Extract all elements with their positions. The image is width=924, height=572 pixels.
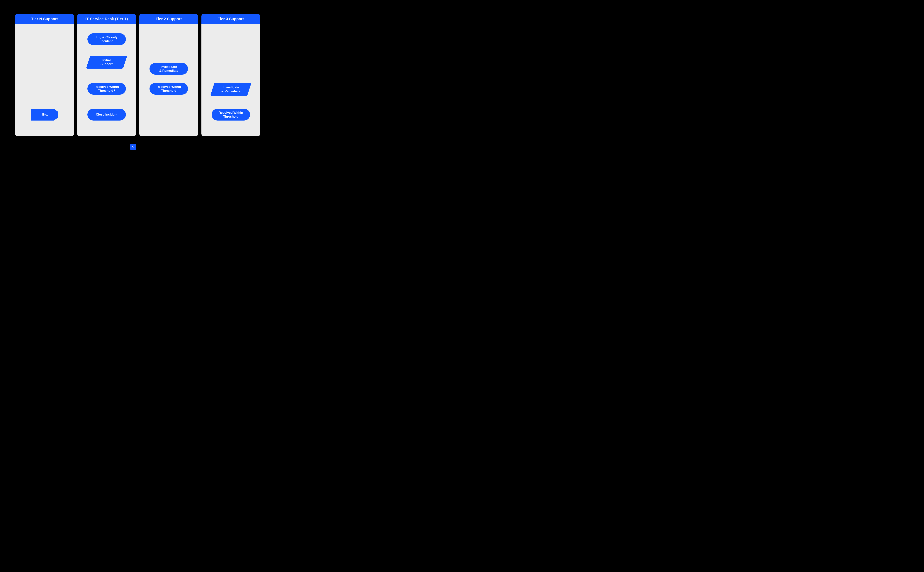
lane-header-tier1: IT Service Desk (Tier 1) [77,14,136,24]
node-label: Resolved Within Threshold [219,111,243,119]
lane-header-tierN: Tier N Support [15,14,74,24]
node-t3-investigate: Investigate & Remediate [210,83,251,96]
node-label: Resolved Within Threshold [157,85,181,93]
node-initial-support: Initial Support [86,56,127,68]
node-close-incident: Close Incident [87,109,126,121]
lane-title: IT Service Desk (Tier 1) [85,17,128,21]
node-etc: Etc. [31,109,58,121]
node-label: Investigate & Remediate [222,85,240,93]
node-t3-resolved: Resolved Within Threshold [212,109,250,121]
lane-body-tier3: Investigate & Remediate Resolved Within … [202,24,260,136]
lane-title: Tier 3 Support [218,17,244,21]
node-label: Close Incident [96,113,117,117]
node-label: Etc. [42,113,48,117]
node-t2-investigate: Investigate & Remediate [149,63,188,75]
node-log-classify: Log & Classify Incident [87,33,126,45]
lane-body-tierN: Etc. [15,24,74,136]
sparkle-icon [132,145,135,149]
lane-body-tier1: Log & Classify Incident Initial Support … [77,24,136,136]
lane-tier1: IT Service Desk (Tier 1) Log & Classify … [77,14,136,136]
node-label: Investigate & Remediate [159,65,178,73]
node-resolved-threshold-q: Resolved Within Threshold? [87,83,126,95]
node-t2-resolved: Resolved Within Threshold [149,83,188,95]
lane-title: Tier 2 Support [156,17,181,21]
lane-header-tier3: Tier 3 Support [202,14,260,24]
lane-tierN: Tier N Support Etc. [15,14,74,136]
lane-body-tier2: Investigate & Remediate Resolved Within … [140,24,198,136]
diagram-canvas: IT Service Desk (Tier 1) Log & Classify … [0,0,266,155]
lane-tier2: Tier 2 Support Investigate & Remediate R… [140,14,198,136]
lane-header-tier2: Tier 2 Support [140,14,198,24]
node-label: Initial Support [101,58,113,66]
node-label: Resolved Within Threshold? [95,85,119,93]
node-label: Log & Classify Incident [96,35,118,43]
swimlane-container: IT Service Desk (Tier 1) Log & Classify … [15,14,260,136]
brand-badge [130,144,136,150]
lane-tier3: Tier 3 Support Investigate & Remediate R… [202,14,260,136]
lane-title: Tier N Support [31,17,58,21]
